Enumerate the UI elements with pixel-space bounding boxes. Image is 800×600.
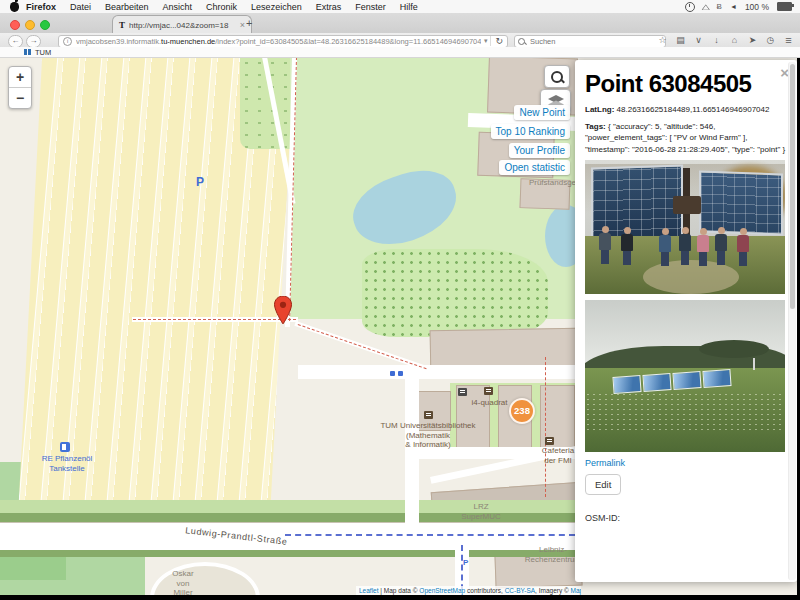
zoom-control: + − (8, 66, 32, 109)
new-point-link[interactable]: New Point (514, 105, 570, 120)
bookmark-star-icon[interactable]: ☆ (657, 35, 668, 45)
museum-icon (484, 387, 493, 395)
ccbysa-link[interactable]: CC-BY-SA (505, 587, 535, 594)
map-search-icon (551, 71, 563, 83)
your-profile-link[interactable]: Your Profile (509, 143, 570, 158)
person-figure (679, 227, 691, 265)
orchard (362, 249, 548, 337)
map-attribution: Leaflet | Map data © OpenStreetMap contr… (356, 586, 581, 595)
navigation-toolbar: ← → i vmjacobsen39.informatik.tu-muenche… (0, 33, 800, 48)
scrollbar-thumb[interactable] (790, 64, 795, 309)
osm-id-label: OSM-ID: (585, 513, 787, 523)
person-figure (659, 228, 671, 266)
search-input[interactable] (528, 36, 652, 47)
bus-stop-badge: 238 (509, 398, 535, 424)
fuel-station-icon (60, 442, 70, 452)
tab-title: http://vmjac...042&zoom=18 (129, 21, 236, 30)
browser-tab[interactable]: T http://vmjac...042&zoom=18 × (112, 15, 252, 34)
url-field[interactable]: i vmjacobsen39.informatik.tu-muenchen.de… (58, 35, 508, 48)
bluetooth-icon[interactable]: Ƀ (717, 2, 722, 11)
zoom-window-button[interactable] (40, 20, 50, 30)
library-icon (424, 411, 433, 419)
panel-title: Point 63084505 (585, 70, 787, 98)
bookmark-tum[interactable]: TUM (35, 48, 51, 57)
apple-icon[interactable] (10, 2, 19, 12)
minimize-window-button[interactable] (25, 20, 35, 30)
photo-pv-group (585, 160, 785, 294)
transit-icon (398, 371, 403, 376)
latlng-row: LatLng: 48.26316625184489,11.66514694690… (585, 104, 787, 116)
close-window-button[interactable] (10, 20, 20, 30)
bookmarks-icon[interactable]: ▤ (675, 35, 686, 45)
tab-close-icon[interactable]: × (240, 20, 245, 30)
osm-link[interactable]: OpenStreetMap (419, 587, 465, 594)
person-figure (737, 228, 749, 266)
pv-panel (642, 373, 671, 392)
clock-icon[interactable] (685, 2, 695, 12)
tags-value: { "accuracy": 5, "altitude": 546, "power… (585, 122, 785, 154)
pv-array-right (699, 171, 783, 236)
map-search-button[interactable] (544, 65, 570, 88)
url-dropdown-icon[interactable]: ▾ (481, 37, 491, 45)
wifi-icon[interactable]: △ (702, 3, 710, 11)
menu-status-area: △ Ƀ ◄ 100 % (685, 2, 800, 12)
home-icon[interactable]: ⌂ (729, 35, 740, 45)
send-tab-icon[interactable]: ➤ (747, 35, 758, 45)
map-marker-pin[interactable] (274, 296, 292, 329)
toolbar-icons: ☆ ▤ ∨ ↓ ⌂ ➤ ◷ ≡ (657, 33, 794, 47)
pocket-icon[interactable]: ∨ (693, 35, 704, 45)
photo-pv-meadow (585, 300, 785, 452)
menu-hilfe[interactable]: Hilfe (393, 2, 425, 12)
panel-scrollbar (788, 62, 796, 580)
menu-extras[interactable]: Extras (309, 2, 349, 12)
fuel-station-label: RE Pflanzenöl Tankstelle (22, 454, 112, 473)
menu-bearbeiten[interactable]: Bearbeiten (98, 2, 156, 12)
photo-wildflowers (585, 392, 785, 432)
menu-chronik[interactable]: Chronik (199, 2, 244, 12)
person-figure (599, 226, 611, 264)
path-red-dashed (133, 319, 296, 320)
battery-percentage: 100 % (745, 2, 769, 12)
menu-icon[interactable]: ≡ (783, 34, 794, 46)
open-statistic-link[interactable]: Open statistic (499, 160, 570, 175)
person-figure (697, 228, 709, 266)
volume-icon[interactable]: ◄ (730, 3, 737, 10)
macos-menu-bar: Firefox Datei Bearbeiten Ansicht Chronik… (0, 0, 800, 14)
zoom-in-button[interactable]: + (9, 67, 31, 88)
menu-fenster[interactable]: Fenster (348, 2, 393, 12)
menu-ansicht[interactable]: Ansicht (156, 2, 200, 12)
search-field[interactable] (514, 35, 666, 48)
menu-firefox[interactable]: Firefox (19, 2, 63, 12)
new-tab-button[interactable]: + (246, 17, 252, 29)
reload-icon[interactable]: ↻ (490, 36, 507, 46)
library-label: TUM Universitätsbibliothek (Mathematik &… (378, 421, 478, 450)
transit-icon (390, 371, 395, 376)
pv-mount-hub (673, 196, 701, 214)
back-button[interactable]: ← (8, 35, 23, 48)
search-icon (518, 38, 525, 45)
permalink-link[interactable]: Permalink (585, 458, 787, 468)
menu-datei[interactable]: Datei (63, 2, 98, 12)
battery-icon[interactable] (777, 2, 792, 11)
road (405, 379, 419, 527)
cafeteria-icon (545, 437, 554, 445)
menu-lesezeichen[interactable]: Lesezeichen (244, 2, 309, 12)
screenshot-bottom-bar (0, 595, 800, 600)
pv-panel (702, 369, 731, 388)
history-icon[interactable]: ◷ (765, 35, 776, 45)
forward-button[interactable]: → (26, 35, 41, 48)
point-detail-panel: × Point 63084505 LatLng: 48.263166251844… (575, 60, 797, 582)
route-blue-dashed (285, 534, 575, 536)
zoom-out-button[interactable]: − (9, 88, 31, 108)
person-figure (715, 227, 727, 265)
road (298, 365, 575, 379)
site-info-icon[interactable]: i (63, 37, 72, 46)
leaflet-link[interactable]: Leaflet (359, 587, 379, 594)
path-red-dashed (545, 357, 546, 497)
downloads-icon[interactable]: ↓ (711, 35, 722, 45)
mapbox-link[interactable]: Mapbox (571, 587, 581, 594)
person-figure (621, 227, 633, 265)
edit-button[interactable]: Edit (585, 474, 621, 495)
tum-favicon (24, 49, 31, 55)
top10-ranking-link[interactable]: Top 10 Ranking (491, 124, 571, 139)
